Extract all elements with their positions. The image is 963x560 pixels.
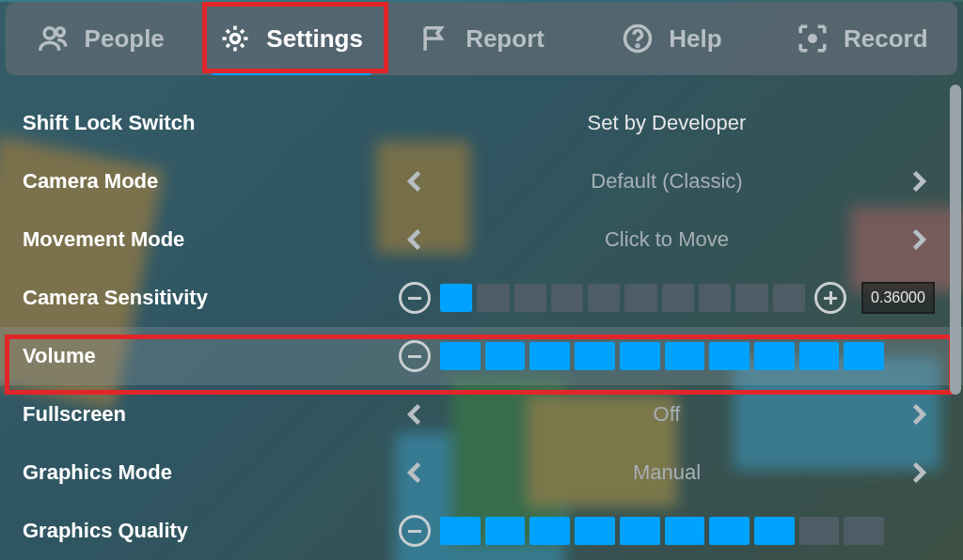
tab-people[interactable]: People — [6, 2, 196, 75]
slider-segment[interactable] — [485, 342, 526, 370]
flag-icon — [418, 23, 450, 54]
sensitivity-slider[interactable] — [440, 284, 805, 312]
svg-point-4 — [637, 45, 639, 47]
tab-settings[interactable]: Settings — [196, 2, 386, 75]
slider-segment[interactable] — [551, 284, 583, 312]
slider-segment[interactable] — [754, 342, 795, 370]
settings-list: Shift Lock Switch Set by Developer Camer… — [0, 75, 963, 560]
slider-segment[interactable] — [575, 342, 615, 370]
slider-segment[interactable] — [575, 517, 615, 545]
setting-value: Set by Developer — [399, 111, 935, 135]
chevron-right-icon[interactable] — [901, 456, 935, 490]
setting-label: Volume — [23, 344, 399, 368]
slider-segment[interactable] — [440, 284, 472, 312]
chevron-right-icon[interactable] — [901, 397, 935, 431]
setting-label: Graphics Quality — [23, 519, 399, 543]
tab-label: Settings — [266, 24, 363, 54]
slider-segment[interactable] — [485, 517, 526, 545]
slider-segment[interactable] — [709, 342, 750, 370]
slider-segment[interactable] — [735, 284, 767, 312]
chevron-left-icon[interactable] — [399, 397, 433, 431]
tab-report[interactable]: Report — [387, 2, 576, 75]
slider-segment[interactable] — [514, 284, 546, 312]
slider-segment[interactable] — [620, 517, 660, 545]
graphics-quality-slider[interactable] — [440, 517, 884, 545]
chevron-left-icon[interactable] — [399, 223, 433, 257]
slider-segment[interactable] — [699, 284, 731, 312]
slider-segment[interactable] — [529, 342, 570, 370]
row-graphics-mode: Graphics Mode Manual — [0, 443, 963, 502]
setting-value: Off — [440, 402, 893, 427]
setting-value: Manual — [440, 460, 893, 485]
slider-segment[interactable] — [440, 342, 481, 370]
chevron-right-icon[interactable] — [901, 223, 935, 257]
record-icon — [797, 23, 829, 54]
row-movement-mode: Movement Mode Click to Move — [0, 210, 963, 269]
decrease-button[interactable] — [399, 340, 431, 372]
people-icon — [38, 23, 70, 54]
slider-segment[interactable] — [620, 342, 660, 370]
setting-value: Click to Move — [440, 227, 893, 252]
decrease-button[interactable] — [399, 282, 431, 314]
settings-panel: People Settings Report Help — [0, 2, 963, 560]
slider-segment[interactable] — [662, 284, 694, 312]
scroll-thumb[interactable] — [950, 85, 961, 395]
increase-button[interactable] — [814, 282, 846, 314]
decrease-button[interactable] — [399, 515, 431, 547]
setting-label: Camera Mode — [23, 169, 399, 194]
setting-value: Default (Classic) — [440, 169, 893, 194]
row-volume: Volume — [0, 327, 963, 385]
row-fullscreen: Fullscreen Off — [0, 385, 963, 443]
row-graphics-quality: Graphics Quality — [0, 502, 963, 560]
slider-segment[interactable] — [799, 517, 840, 545]
setting-label: Fullscreen — [23, 402, 399, 427]
tab-label: Report — [466, 24, 545, 54]
slider-segment[interactable] — [754, 517, 795, 545]
scrollbar[interactable] — [948, 85, 963, 560]
slider-segment[interactable] — [799, 342, 840, 370]
gear-icon — [219, 23, 251, 54]
setting-label: Camera Sensitivity — [23, 286, 399, 310]
tab-label: Record — [844, 24, 928, 54]
volume-slider[interactable] — [440, 342, 884, 370]
slider-segment[interactable] — [844, 342, 884, 370]
slider-segment[interactable] — [588, 284, 620, 312]
slider-segment[interactable] — [665, 342, 705, 370]
slider-segment[interactable] — [440, 517, 481, 545]
tab-label: People — [85, 24, 165, 54]
slider-segment[interactable] — [529, 517, 570, 545]
tab-record[interactable]: Record — [767, 2, 957, 75]
row-camera-mode: Camera Mode Default (Classic) — [0, 152, 963, 210]
svg-point-0 — [44, 28, 55, 39]
slider-segment[interactable] — [709, 517, 750, 545]
tab-label: Help — [669, 24, 721, 54]
svg-point-5 — [808, 34, 817, 43]
slider-segment[interactable] — [477, 284, 509, 312]
chevron-right-icon[interactable] — [901, 164, 935, 198]
svg-point-1 — [55, 28, 64, 37]
row-camera-sensitivity: Camera Sensitivity 0.36000 — [0, 269, 963, 327]
setting-label: Shift Lock Switch — [23, 111, 399, 135]
chevron-left-icon[interactable] — [399, 164, 433, 198]
slider-segment[interactable] — [844, 517, 884, 545]
sensitivity-value[interactable]: 0.36000 — [861, 282, 935, 314]
row-shift-lock: Shift Lock Switch Set by Developer — [0, 94, 963, 152]
setting-label: Graphics Mode — [23, 460, 399, 485]
slider-segment[interactable] — [665, 517, 705, 545]
chevron-left-icon[interactable] — [399, 456, 433, 490]
help-icon — [622, 23, 654, 54]
tab-help[interactable]: Help — [576, 2, 766, 75]
slider-segment[interactable] — [773, 284, 805, 312]
slider-segment[interactable] — [624, 284, 656, 312]
tab-bar: People Settings Report Help — [6, 2, 957, 75]
svg-point-2 — [231, 34, 240, 42]
setting-label: Movement Mode — [23, 227, 399, 252]
